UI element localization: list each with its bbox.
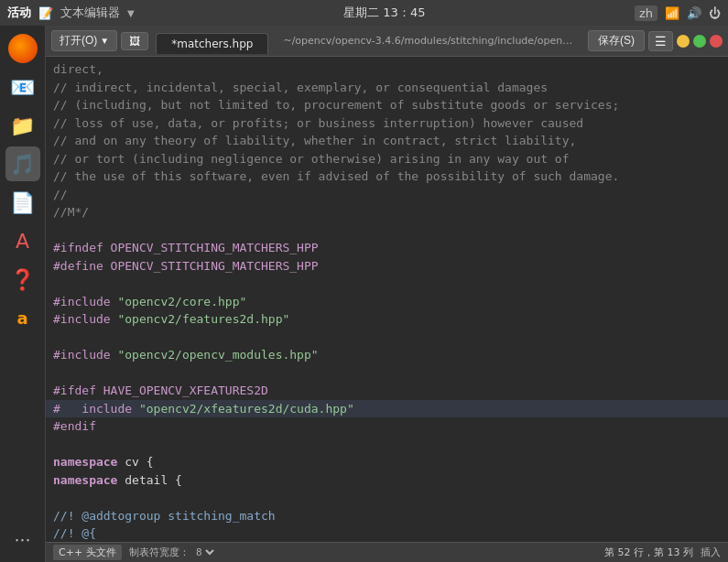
toolbar: 打开(O) ▼ 🖼 *matchers.hpp ~/opencv/opencv-…: [46, 26, 728, 57]
image-button[interactable]: 🖼: [121, 32, 148, 50]
app-icon: 📝: [38, 6, 53, 20]
main-layout: 📧 📁 🎵 📄 A ❓ a ⋯ 打开(O) ▼ 🖼 *matchers.hpp …: [0, 26, 728, 562]
code-editor[interactable]: direct, // indirect, incidental, special…: [46, 57, 728, 542]
code-line: //: [46, 186, 728, 204]
code-line: // the use of this software, even if adv…: [46, 168, 728, 186]
network-icon[interactable]: 📶: [665, 6, 679, 20]
sidebar-icon-amazon[interactable]: a: [5, 300, 40, 335]
tab-size-label: 制表符宽度： 8 4 2: [129, 546, 218, 559]
statusbar-right: 第 52 行，第 13 列 插入: [604, 546, 721, 559]
save-button[interactable]: 保存(S): [588, 30, 645, 51]
sidebar-icon-software[interactable]: A: [5, 223, 40, 258]
sidebar-icon-firefox[interactable]: [5, 31, 40, 66]
code-line: namespace cv {: [46, 453, 728, 471]
file-tab[interactable]: *matchers.hpp: [156, 33, 268, 54]
code-line: #include "opencv2/core.hpp": [46, 293, 728, 311]
code-line: #ifdef HAVE_OPENCV_XFEATURES2D: [46, 382, 728, 400]
power-icon[interactable]: ⏻: [709, 6, 721, 20]
sidebar-icon-email[interactable]: 📧: [5, 70, 40, 104]
sidebar-icon-apps[interactable]: ⋯: [5, 522, 40, 557]
code-line: [46, 275, 728, 293]
code-line: #ifndef OPENCV_STITCHING_MATCHERS_HPP: [46, 239, 728, 257]
code-line: //! @{: [46, 524, 728, 542]
app-menu-arrow[interactable]: ▼: [127, 8, 135, 18]
minimize-button[interactable]: [677, 35, 690, 48]
code-line: //M*/: [46, 203, 728, 222]
code-line: [46, 364, 728, 383]
code-line: // and on any theory of liability, wheth…: [46, 132, 728, 150]
code-line: direct,: [46, 60, 728, 79]
window-controls: [677, 35, 723, 48]
volume-icon[interactable]: 🔊: [687, 6, 701, 20]
file-path: ~/opencv/opencv-3.4.6/modules/stitching/…: [276, 35, 584, 47]
maximize-button[interactable]: [693, 35, 706, 48]
code-line-cursor: # include "opencv2/xfeatures2d/cuda.hpp": [46, 400, 728, 418]
sidebar: 📧 📁 🎵 📄 A ❓ a ⋯: [0, 26, 46, 562]
code-line: #define OPENCV_STITCHING_MATCHERS_HPP: [46, 257, 728, 276]
menu-button[interactable]: ☰: [648, 31, 673, 51]
tab-size-select[interactable]: 8 4 2: [192, 546, 217, 558]
topbar-left: 活动 📝 文本编辑器 ▼: [7, 5, 135, 21]
code-line: [46, 489, 728, 507]
code-line: #include "opencv2/opencv_modules.hpp": [46, 346, 728, 364]
lang-indicator[interactable]: zh: [635, 5, 657, 21]
cursor-position: 第 52 行，第 13 列: [604, 546, 693, 559]
code-line: [46, 329, 728, 347]
code-line: // or tort (including negligence or othe…: [46, 150, 728, 168]
app-name-label[interactable]: 文本编辑器: [60, 5, 120, 21]
sidebar-icon-music[interactable]: 🎵: [5, 146, 40, 181]
code-line: //! @addtogroup stitching_match: [46, 507, 728, 525]
sidebar-icon-files[interactable]: 📁: [5, 108, 40, 143]
code-line: // indirect, incidental, special, exempl…: [46, 79, 728, 97]
sidebar-icon-help[interactable]: ❓: [5, 262, 40, 297]
code-line: [46, 436, 728, 454]
insert-mode: 插入: [701, 546, 721, 559]
close-button[interactable]: [710, 35, 723, 48]
code-line: #include "opencv2/features2d.hpp": [46, 310, 728, 329]
topbar-datetime: 星期二 13：45: [343, 5, 425, 21]
editor-area: 打开(O) ▼ 🖼 *matchers.hpp ~/opencv/opencv-…: [46, 26, 728, 562]
code-line: #endif: [46, 417, 728, 436]
code-line: // loss of use, data, or profits; or bus…: [46, 114, 728, 133]
statusbar-left: C++ 头文件 制表符宽度： 8 4 2: [53, 545, 217, 560]
language-indicator[interactable]: C++ 头文件: [53, 545, 122, 560]
topbar-right: zh 📶 🔊 ⏻: [635, 5, 721, 21]
activities-label[interactable]: 活动: [7, 5, 31, 21]
statusbar: C++ 头文件 制表符宽度： 8 4 2 第 52 行，第 13 列 插入: [46, 542, 728, 562]
code-line: namespace detail {: [46, 471, 728, 490]
code-line: [46, 222, 728, 240]
open-button[interactable]: 打开(O) ▼: [51, 30, 117, 51]
topbar: 活动 📝 文本编辑器 ▼ 星期二 13：45 zh 📶 🔊 ⏻: [0, 0, 728, 26]
code-line: // (including, but not limited to, procu…: [46, 96, 728, 114]
open-arrow: ▼: [100, 36, 109, 46]
sidebar-icon-editor[interactable]: 📄: [5, 185, 40, 220]
